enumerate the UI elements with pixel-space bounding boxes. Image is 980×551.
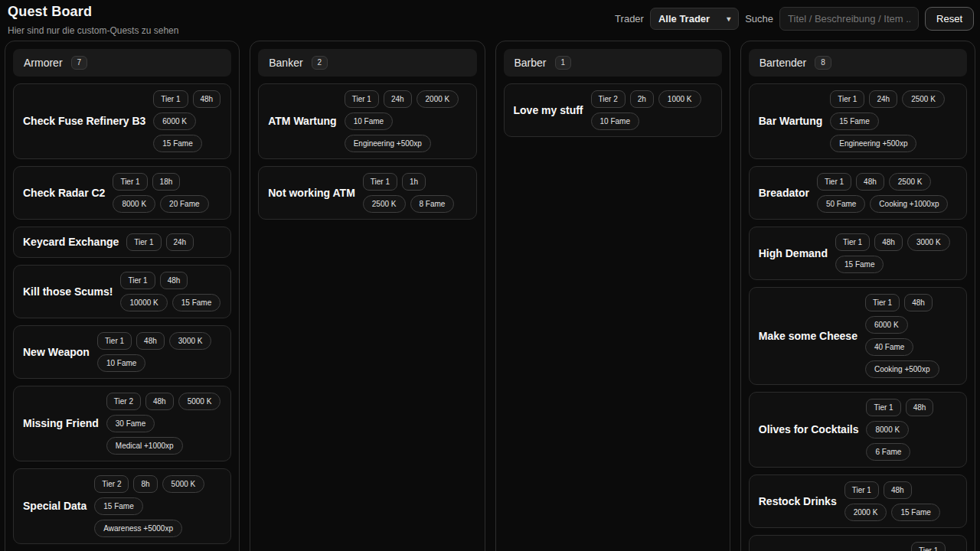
quest-title: ATM Wartung bbox=[268, 114, 336, 129]
quest-title: Bar Wartung bbox=[759, 114, 822, 129]
panels-grid: Armorer 7 Check Fuse Refinery B3Tier 148… bbox=[5, 41, 975, 551]
trader-label: Trader bbox=[615, 13, 644, 24]
page-subtitle: Hier sind nur die custom-Quests zu sehen bbox=[6, 25, 178, 36]
reward-badge: 10000 K bbox=[120, 294, 167, 311]
quest-row[interactable]: Check Fuse Refinery B3Tier 148h6000 K15 … bbox=[13, 83, 231, 159]
reward-badge: 8000 K bbox=[866, 421, 909, 439]
time-badge: 18h bbox=[152, 173, 181, 191]
quest-row[interactable]: New WeaponTier 148h3000 K10 Fame bbox=[13, 325, 231, 379]
trader-panel: Barber 1 Love my stuffTier 22h1000 K10 F… bbox=[495, 41, 730, 551]
search-input[interactable] bbox=[779, 7, 919, 31]
quest-row[interactable]: ATM WartungTier 124h2000 K10 FameEnginee… bbox=[258, 83, 476, 159]
topbar: Quest Board Hier sind nur die custom-Que… bbox=[5, 4, 975, 36]
reward-badge: 2500 K bbox=[902, 90, 945, 108]
tier-badge: Tier 1 bbox=[126, 233, 161, 251]
reward-badge: 1000 K bbox=[658, 90, 701, 108]
quest-title: Breadator bbox=[759, 186, 809, 201]
quest-title: Keycard Exchange bbox=[23, 235, 119, 249]
panel-count-badge: 2 bbox=[312, 56, 328, 70]
quest-badges: Tier 148h10000 K15 Fame bbox=[120, 272, 221, 311]
quest-badges: Tier 148h3000 K15 Fame bbox=[835, 233, 957, 273]
panel-header: Barber 1 bbox=[504, 49, 722, 77]
quest-row[interactable]: Kill those Scums!Tier 148h10000 K15 Fame bbox=[13, 265, 231, 318]
reward-badge: 2000 K bbox=[416, 90, 459, 108]
trader-select[interactable]: Alle Trader ▾ bbox=[650, 8, 739, 30]
trader-select-value: Alle Trader bbox=[658, 13, 710, 24]
reward-badge: 8 Fame bbox=[410, 195, 455, 213]
panel-title: Armorer bbox=[24, 57, 63, 69]
reward-badge: 15 Fame bbox=[153, 135, 201, 152]
quest-badges: Tier 11h2500 K8 Fame bbox=[363, 173, 467, 213]
reset-button[interactable]: Reset bbox=[925, 7, 974, 31]
quest-row[interactable]: Not working ATMTier 11h2500 K8 Fame bbox=[258, 166, 476, 220]
quest-title: High Demand bbox=[759, 246, 828, 261]
trader-panel: Armorer 7 Check Fuse Refinery B3Tier 148… bbox=[5, 41, 240, 551]
quest-badges: Tier 124h2000 K10 FameEngineering +500xp bbox=[345, 90, 467, 152]
time-badge: 24h bbox=[166, 233, 194, 251]
reward-badge: 15 Fame bbox=[891, 504, 939, 521]
tier-badge: Tier 1 bbox=[113, 173, 147, 191]
quest-row[interactable]: Love my stuffTier 22h1000 K10 Fame bbox=[504, 83, 722, 137]
reward-badge: 2000 K bbox=[844, 504, 887, 521]
reward-badge: 5000 K bbox=[178, 393, 221, 410]
quest-row[interactable]: Bar WartungTier 124h2500 K15 FameEnginee… bbox=[749, 83, 967, 159]
quest-row[interactable]: Restock DrinksTier 148h2000 K15 Fame bbox=[749, 474, 967, 528]
panel-count-badge: 1 bbox=[555, 56, 572, 70]
reward-badge: 6000 K bbox=[865, 316, 908, 334]
reward-badge: 15 Fame bbox=[172, 294, 220, 311]
quest-title: Restock Drinks bbox=[759, 494, 837, 509]
quest-row[interactable]: Olives for CocktailsTier 148h8000 K6 Fam… bbox=[749, 392, 967, 468]
time-badge: 1h bbox=[402, 173, 426, 191]
quest-title: Missing Friend bbox=[23, 416, 99, 431]
tier-badge: Tier 1 bbox=[866, 399, 900, 416]
panel-title: Barber bbox=[514, 57, 547, 69]
reward-badge: Medical +1000xp bbox=[106, 437, 183, 455]
tier-badge: Tier 1 bbox=[865, 294, 900, 311]
reward-badge: 40 Fame bbox=[865, 338, 913, 356]
tier-badge: Tier 1 bbox=[835, 233, 870, 251]
reward-badge: Engineering +500xp bbox=[345, 135, 431, 152]
quest-row[interactable]: Keycard ExchangeTier 124h bbox=[13, 227, 231, 258]
time-badge: 48h bbox=[136, 332, 165, 350]
quest-row[interactable]: Special DataTier 28h5000 K15 FameAwarene… bbox=[13, 468, 231, 544]
reward-badge: Engineering +500xp bbox=[830, 135, 916, 152]
tier-badge: Tier 1 bbox=[363, 173, 397, 191]
tier-badge: Tier 1 bbox=[345, 90, 379, 108]
time-badge: 48h bbox=[160, 272, 188, 289]
tier-badge: Tier 1 bbox=[97, 332, 132, 350]
time-badge: 2h bbox=[630, 90, 654, 108]
reward-badge: Awareness +5000xp bbox=[94, 520, 182, 537]
reward-badge: 5000 K bbox=[162, 475, 205, 493]
time-badge: 48h bbox=[193, 90, 221, 108]
quest-row[interactable]: Shipping goods cant be unloaded, Check C… bbox=[749, 535, 967, 551]
time-badge: 8h bbox=[133, 475, 157, 493]
quest-list: Bar WartungTier 124h2500 K15 FameEnginee… bbox=[749, 77, 967, 551]
quest-badges: Tier 148h2000 K15 Fame bbox=[844, 481, 957, 521]
quest-badges: Tier 148h2500 K50 FameCooking +1000xp bbox=[817, 173, 957, 213]
time-badge: 24h bbox=[384, 90, 412, 108]
reward-badge: 2500 K bbox=[889, 173, 932, 191]
quest-row[interactable]: Missing FriendTier 248h5000 K30 FameMedi… bbox=[13, 386, 231, 461]
reward-badge: Cooking +500xp bbox=[865, 360, 939, 378]
quest-row[interactable]: Make some CheeseTier 148h6000 K40 FameCo… bbox=[749, 287, 967, 385]
tier-badge: Tier 1 bbox=[844, 481, 879, 499]
quest-badges: Tier 148h6000 K40 FameCooking +500xp bbox=[865, 294, 957, 378]
time-badge: 48h bbox=[904, 294, 933, 311]
reward-badge: 10 Fame bbox=[97, 354, 145, 372]
quest-row[interactable]: BreadatorTier 148h2500 K50 FameCooking +… bbox=[749, 166, 967, 220]
quest-list: ATM WartungTier 124h2000 K10 FameEnginee… bbox=[258, 77, 476, 220]
reward-badge: 10 Fame bbox=[591, 112, 639, 130]
trader-panel: Bartender 8 Bar WartungTier 124h2500 K15… bbox=[740, 41, 975, 551]
title-block: Quest Board Hier sind nur die custom-Que… bbox=[6, 4, 178, 36]
quest-row[interactable]: High DemandTier 148h3000 K15 Fame bbox=[749, 227, 967, 280]
reward-badge: 3000 K bbox=[907, 233, 950, 251]
quest-title: Make some Cheese bbox=[759, 329, 858, 344]
panel-title: Bartender bbox=[760, 57, 806, 69]
quest-row[interactable]: Check Radar C2Tier 118h8000 K20 Fame bbox=[13, 166, 231, 220]
time-badge: 48h bbox=[906, 399, 934, 416]
reward-badge: 20 Fame bbox=[160, 195, 208, 213]
quest-title: Special Data bbox=[23, 499, 87, 514]
quest-badges: Tier 118h8000 K20 Fame bbox=[113, 173, 221, 213]
tier-badge: Tier 1 bbox=[120, 272, 155, 289]
panel-count-badge: 8 bbox=[815, 56, 831, 70]
